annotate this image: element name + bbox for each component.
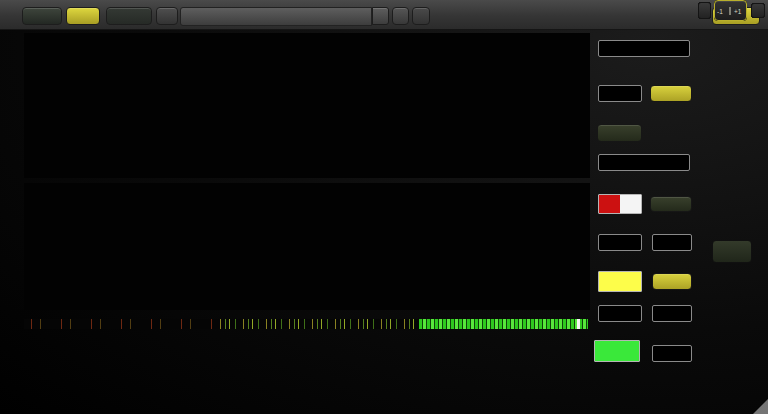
clear-button[interactable] bbox=[22, 7, 62, 25]
preset-next-button[interactable] bbox=[372, 7, 389, 25]
svg-text:-1: -1 bbox=[717, 8, 723, 15]
help-button[interactable] bbox=[412, 7, 430, 25]
infinite-button[interactable] bbox=[650, 196, 692, 212]
correlation-meter-icon: -1+1 bbox=[716, 4, 745, 18]
view-collapse-arrow-icon[interactable] bbox=[698, 2, 711, 19]
bottom-color-swatch[interactable] bbox=[594, 340, 640, 362]
top-color-swatch[interactable] bbox=[598, 194, 642, 214]
difference-display[interactable] bbox=[24, 183, 590, 310]
preset-selector[interactable] bbox=[180, 7, 372, 26]
correlation-strip[interactable] bbox=[24, 319, 588, 329]
display-style-select[interactable] bbox=[598, 154, 690, 171]
correlation-positive-region bbox=[419, 319, 588, 329]
view-row-correlation-meter: -1+1 bbox=[698, 0, 768, 24]
freeze-button[interactable] bbox=[597, 124, 642, 142]
svg-text:+1: +1 bbox=[734, 8, 742, 15]
horiz-button[interactable] bbox=[650, 85, 692, 102]
time-input[interactable] bbox=[652, 234, 692, 251]
correlation-mid-region bbox=[216, 319, 419, 329]
fallback-input[interactable] bbox=[652, 305, 692, 322]
view-correlation-meter-button[interactable]: -1+1 bbox=[714, 0, 747, 21]
preset-menu-button[interactable] bbox=[392, 7, 409, 25]
middle-color-swatch[interactable] bbox=[598, 271, 642, 292]
view-add-button[interactable] bbox=[751, 3, 765, 18]
toolbar bbox=[0, 0, 768, 30]
resize-grip[interactable] bbox=[753, 399, 768, 414]
peak-button[interactable] bbox=[652, 273, 692, 290]
swap-ab-button[interactable] bbox=[66, 7, 100, 25]
compare-button[interactable] bbox=[106, 7, 152, 25]
response-input[interactable] bbox=[652, 345, 692, 362]
brand-logo bbox=[560, 6, 568, 26]
split1-input[interactable] bbox=[598, 234, 642, 251]
stats-setup-button[interactable] bbox=[712, 240, 752, 263]
spectrum-display[interactable] bbox=[24, 33, 590, 178]
correlation-negative-region bbox=[24, 319, 216, 329]
split2-input[interactable] bbox=[598, 305, 642, 322]
preset-prev-button[interactable] bbox=[156, 7, 178, 25]
correlation-marker bbox=[577, 319, 580, 329]
plugin-window: ST +− +1-1 -1+1 bbox=[0, 0, 768, 414]
meter-mode-select[interactable] bbox=[598, 40, 690, 57]
full-scale-input[interactable] bbox=[598, 85, 642, 102]
